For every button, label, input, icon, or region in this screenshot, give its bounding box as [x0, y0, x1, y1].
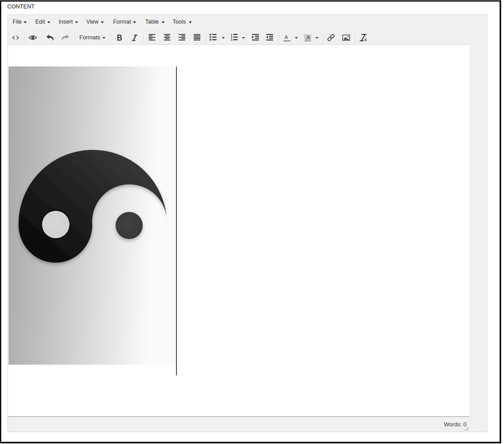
- svg-text:3: 3: [231, 38, 232, 41]
